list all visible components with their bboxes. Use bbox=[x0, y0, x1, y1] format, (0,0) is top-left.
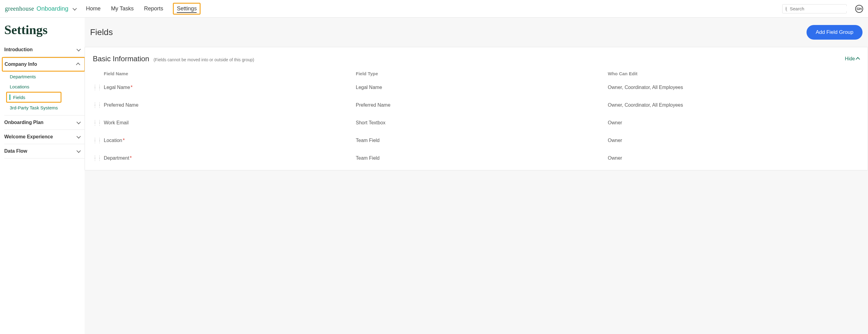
chevron-up-icon bbox=[76, 62, 80, 67]
main-panel: Fields Add Field Group Basic Information… bbox=[85, 18, 868, 334]
drag-handle-icon[interactable]: ⋮⋮⋮⋮ bbox=[93, 121, 96, 125]
drag-handle-icon[interactable]: ⋮⋮⋮⋮ bbox=[93, 156, 96, 160]
sidebar-item-fields-label: Fields bbox=[13, 95, 25, 100]
avatar[interactable]: GH bbox=[855, 5, 863, 13]
sidebar-section-data-flow: Data Flow bbox=[4, 144, 85, 159]
sidebar-item-3rd-party[interactable]: 3rd-Party Task Systems bbox=[4, 103, 85, 115]
sidebar-item-fields[interactable]: Fields bbox=[6, 92, 61, 103]
table-row[interactable]: ⋮⋮⋮⋮ Location* Team Field Owner bbox=[93, 132, 860, 149]
search-field[interactable] bbox=[790, 6, 847, 11]
col-field-type: Field Type bbox=[356, 71, 608, 76]
cell-who-can-edit: Owner bbox=[608, 120, 860, 126]
cell-who-can-edit: Owner, Coordinator, All Employees bbox=[608, 103, 860, 108]
chevron-down-icon bbox=[76, 149, 81, 153]
chevron-down-icon bbox=[76, 47, 81, 52]
sidebar-label-data-flow: Data Flow bbox=[4, 148, 27, 154]
col-who-can-edit: Who Can Edit bbox=[608, 71, 860, 76]
sidebar-section-introduction: Introduction bbox=[4, 43, 85, 57]
cell-field-name: Legal Name* bbox=[104, 85, 356, 90]
cell-field-name: Preferred Name bbox=[104, 103, 356, 108]
cell-who-can-edit: Owner bbox=[608, 138, 860, 143]
sidebar-section-onboarding-plan: Onboarding Plan bbox=[4, 115, 85, 130]
drag-handle-icon[interactable]: ⋮⋮⋮⋮ bbox=[93, 85, 96, 90]
chevron-up-icon bbox=[856, 57, 860, 61]
sidebar-header-data-flow[interactable]: Data Flow bbox=[4, 144, 85, 158]
table-row[interactable]: ⋮⋮⋮⋮ Preferred Name Preferred Name Owner… bbox=[93, 96, 860, 114]
table-row[interactable]: ⋮⋮⋮⋮ Department* Team Field Owner bbox=[93, 149, 860, 167]
sidebar-label-introduction: Introduction bbox=[4, 47, 33, 52]
sidebar-header-company-info[interactable]: Company Info bbox=[2, 57, 85, 72]
group-title: Basic Information bbox=[93, 55, 149, 63]
cell-field-type: Legal Name bbox=[356, 85, 608, 90]
group-note: (Fields cannot be moved into or outside … bbox=[153, 57, 254, 62]
add-field-group-button[interactable]: Add Field Group bbox=[807, 25, 863, 39]
sidebar-header-welcome-experience[interactable]: Welcome Experience bbox=[4, 130, 85, 144]
cell-field-name: Work Email bbox=[104, 120, 356, 126]
required-star-icon: * bbox=[130, 85, 132, 90]
sidebar-label-onboarding-plan: Onboarding Plan bbox=[4, 120, 43, 125]
required-star-icon: * bbox=[123, 138, 125, 143]
chevron-down-icon bbox=[76, 120, 81, 124]
sidebar-item-departments[interactable]: Departments bbox=[4, 72, 85, 82]
nav-settings[interactable]: Settings bbox=[173, 3, 200, 15]
sidebar-header-introduction[interactable]: Introduction bbox=[4, 43, 85, 57]
sidebar-header-onboarding-plan[interactable]: Onboarding Plan bbox=[4, 115, 85, 130]
col-field-name: Field Name bbox=[104, 71, 356, 76]
cell-field-type: Short Textbox bbox=[356, 120, 608, 126]
fields-title: Fields bbox=[90, 27, 113, 37]
drag-handle-icon[interactable]: ⋮⋮⋮⋮ bbox=[93, 103, 96, 107]
cell-who-can-edit: Owner, Coordinator, All Employees bbox=[608, 85, 860, 90]
search-input[interactable] bbox=[782, 4, 847, 13]
drag-handle-icon[interactable]: ⋮⋮⋮⋮ bbox=[93, 138, 96, 143]
top-nav: Home My Tasks Reports Settings bbox=[86, 3, 201, 15]
cell-field-name: Location* bbox=[104, 138, 356, 143]
fields-table: Field Name Field Type Who Can Edit ⋮⋮⋮⋮ … bbox=[93, 68, 860, 167]
sidebar-section-welcome-experience: Welcome Experience bbox=[4, 130, 85, 144]
required-star-icon: * bbox=[130, 156, 132, 161]
avatar-initials: GH bbox=[857, 7, 862, 11]
group-header: Basic Information (Fields cannot be move… bbox=[93, 55, 860, 63]
table-row[interactable]: ⋮⋮⋮⋮ Legal Name* Legal Name Owner, Coord… bbox=[93, 79, 860, 96]
sidebar-section-company-info: Company Info Departments Locations Field… bbox=[4, 57, 85, 115]
nav-home[interactable]: Home bbox=[86, 4, 101, 13]
topbar: greenhouse Onboarding Home My Tasks Repo… bbox=[0, 0, 868, 18]
sidebar: Settings Introduction Company Info Depar… bbox=[0, 18, 85, 334]
logo[interactable]: greenhouse Onboarding bbox=[5, 5, 76, 12]
hide-toggle-label: Hide bbox=[845, 56, 855, 61]
active-indicator bbox=[9, 94, 10, 100]
search-icon bbox=[785, 7, 787, 11]
page-body: Settings Introduction Company Info Depar… bbox=[0, 18, 868, 334]
sidebar-label-welcome-experience: Welcome Experience bbox=[4, 134, 53, 140]
table-row[interactable]: ⋮⋮⋮⋮ Work Email Short Textbox Owner bbox=[93, 114, 860, 132]
cell-field-name: Department* bbox=[104, 156, 356, 161]
field-group-basic-information: Basic Information (Fields cannot be move… bbox=[85, 47, 868, 170]
fields-header: Fields Add Field Group bbox=[85, 25, 868, 47]
cell-who-can-edit: Owner bbox=[608, 156, 860, 161]
page-title: Settings bbox=[4, 23, 85, 37]
cell-field-type: Team Field bbox=[356, 138, 608, 143]
nav-reports[interactable]: Reports bbox=[143, 4, 164, 13]
sidebar-item-locations[interactable]: Locations bbox=[4, 82, 85, 92]
hide-toggle[interactable]: Hide bbox=[845, 56, 860, 61]
cell-field-type: Preferred Name bbox=[356, 103, 608, 108]
table-header: Field Name Field Type Who Can Edit bbox=[93, 68, 860, 79]
nav-my-tasks[interactable]: My Tasks bbox=[111, 4, 134, 13]
chevron-down-icon bbox=[76, 134, 81, 139]
logo-product: Onboarding bbox=[36, 5, 68, 12]
chevron-down-icon[interactable] bbox=[72, 6, 77, 10]
sidebar-label-company-info: Company Info bbox=[5, 61, 37, 67]
cell-field-type: Team Field bbox=[356, 156, 608, 161]
nav-settings-label: Settings bbox=[177, 5, 196, 13]
logo-brand: greenhouse bbox=[5, 5, 34, 12]
